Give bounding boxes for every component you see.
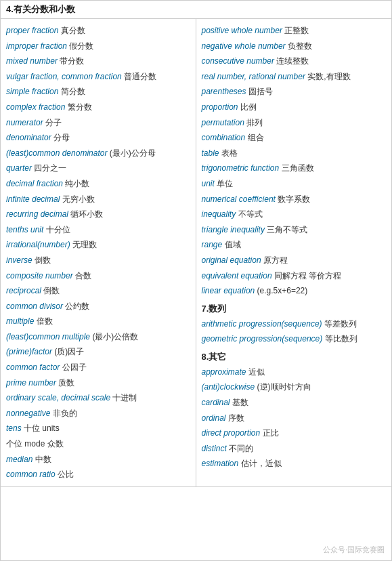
term-zh: 假分数 — [69, 41, 93, 51]
term-zh: 序数 — [228, 413, 244, 423]
term-zh: (质)因子 — [54, 347, 84, 356]
page: 4.有关分数和小数 proper fraction 真分数improper fr… — [0, 0, 392, 561]
term-en: consecutive number — [202, 56, 277, 66]
list-item: numerator 分子 — [6, 115, 190, 131]
list-item: consecutive number 连续整数 — [202, 54, 387, 69]
list-item: (least)common denominator (最小)公分母 — [6, 146, 190, 161]
term-en: median — [6, 455, 35, 464]
term-en: (prime)factor — [6, 347, 54, 356]
term-zh: 简分数 — [61, 87, 85, 96]
term-zh: 个位 mode 众数 — [6, 439, 64, 449]
term-en: recurring decimal — [6, 209, 70, 219]
term-zh: (e.g.5x+6=22) — [257, 286, 308, 295]
term-zh: 排列 — [246, 118, 263, 127]
term-en: combination — [202, 133, 248, 142]
list-item: range 值域 — [202, 237, 387, 253]
term-en: real number, rational number — [202, 72, 308, 81]
term-en: trigonometric function — [202, 163, 282, 173]
term-en: equivalent equation — [202, 271, 274, 280]
term-zh: 组合 — [248, 133, 264, 142]
term-zh: 分母 — [53, 133, 70, 142]
term-zh: 倒数 — [35, 255, 51, 265]
term-zh: 基数 — [232, 398, 248, 407]
term-en: common ratio — [6, 470, 58, 479]
watermark: 公众号·国际竞赛圈 — [323, 545, 385, 555]
term-zh: 近似 — [248, 367, 265, 377]
term-zh: 数字系数 — [278, 194, 310, 204]
term-zh: 中数 — [35, 455, 51, 464]
list-item: common factor 公因子 — [6, 360, 190, 375]
term-en: proper fraction — [6, 26, 61, 35]
sub-section-header: 7.数列 — [202, 299, 387, 316]
term-en: cardinal — [202, 398, 232, 407]
list-item: mixed number 带分数 — [6, 54, 190, 69]
term-en: (least)common multiple — [6, 332, 92, 341]
term-zh: 正比 — [263, 428, 279, 438]
term-zh: 公约数 — [65, 302, 89, 311]
term-en: inverse — [6, 255, 35, 265]
term-zh: 比例 — [240, 102, 257, 112]
term-zh: 四分之一 — [34, 163, 66, 173]
term-zh: 不同的 — [229, 444, 253, 453]
term-en: common factor — [6, 362, 62, 372]
term-en: (anti)clockwise — [202, 382, 257, 392]
term-en: inequality — [202, 209, 238, 219]
list-item: recurring decimal 循环小数 — [6, 207, 190, 222]
term-zh: 同解方程 等价方程 — [274, 271, 341, 280]
list-item: common ratio 公比 — [6, 467, 190, 482]
list-item: unit 单位 — [202, 176, 387, 192]
term-zh: 单位 — [217, 179, 233, 188]
term-en: complex fraction — [6, 102, 68, 112]
term-zh: 负整数 — [288, 41, 312, 51]
list-item: multiple 倍数 — [6, 314, 190, 329]
term-en: tens — [6, 423, 24, 433]
term-zh: 三角函数 — [282, 163, 314, 173]
term-en: geometric progression(sequence) — [202, 334, 325, 344]
term-zh: 真分数 — [61, 26, 85, 35]
list-item: reciprocal 倒数 — [6, 283, 190, 299]
term-zh: 估计，近似 — [241, 459, 282, 468]
list-item: infinite decimal 无穷小数 — [6, 192, 190, 207]
list-item: tenths unit 十分位 — [6, 222, 190, 238]
list-item: ordinal 序数 — [202, 411, 387, 426]
term-en: triangle inequality — [202, 225, 267, 234]
term-en: arithmetic progression(sequence) — [202, 319, 324, 329]
section-title-4: 4.有关分数和小数 — [6, 4, 75, 14]
list-item: decimal fraction 纯小数 — [6, 176, 190, 192]
sub-section-header: 8.其它 — [202, 347, 387, 365]
list-item: denominator 分母 — [6, 130, 190, 146]
term-zh: 普通分数 — [124, 72, 156, 81]
term-en: numerical coefficient — [202, 194, 278, 204]
term-en: irrational(number) — [6, 240, 72, 249]
term-zh: 正整数 — [284, 26, 309, 35]
term-en: composite number — [6, 271, 75, 280]
term-en: original equation — [202, 255, 263, 265]
term-en: improper fraction — [6, 41, 69, 51]
term-zh: 合数 — [75, 271, 91, 280]
list-item: (anti)clockwise (逆)顺时针方向 — [202, 379, 387, 395]
list-item: prime number 质数 — [6, 375, 190, 391]
term-zh: 公比 — [58, 470, 74, 479]
list-item: table 表格 — [202, 146, 387, 161]
term-zh: 纯小数 — [65, 179, 89, 188]
list-item: cardinal 基数 — [202, 395, 387, 411]
term-en: parentheses — [202, 87, 248, 96]
list-item: combination 组合 — [202, 130, 387, 146]
list-item: composite number 合数 — [6, 268, 190, 284]
list-item: distinct 不同的 — [202, 441, 387, 457]
term-zh: 圆括号 — [248, 87, 273, 96]
term-zh: 十位 units — [24, 423, 60, 433]
list-item: numerical coefficient 数字系数 — [202, 192, 387, 207]
right-column: positive whole number 正整数negative whole … — [196, 19, 392, 486]
term-zh: 等比数列 — [325, 334, 357, 344]
term-en: nonnegative — [6, 409, 53, 418]
list-item: real number, rational number 实数,有理数 — [202, 69, 387, 85]
list-item: proportion 比例 — [202, 100, 387, 115]
term-zh: 分子 — [45, 118, 62, 127]
list-item: nonnegative 非负的 — [6, 406, 190, 421]
list-item: linear equation (e.g.5x+6=22) — [202, 283, 387, 299]
term-zh: 公因子 — [62, 362, 87, 372]
list-item: equivalent equation 同解方程 等价方程 — [202, 268, 387, 284]
list-item: direct proportion 正比 — [202, 425, 387, 441]
list-item: quarter 四分之一 — [6, 161, 190, 176]
